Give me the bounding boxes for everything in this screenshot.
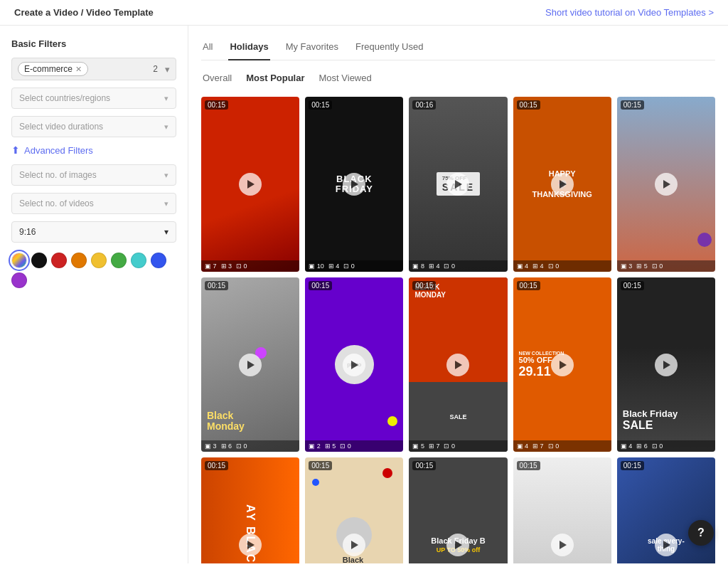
video-footer-10: ▣ 4 ⊞ 6 ⊡ 0 <box>617 440 715 452</box>
main-layout: Basic Filters E-commerce ✕ 2 ▾ Select co… <box>0 26 728 563</box>
video-card-5[interactable]: 00:15 ▣ 3 ⊞ 5 ⊡ 0 <box>617 97 715 272</box>
sub-tabs: Overall Most Popular Most Viewed <box>201 69 715 87</box>
play-btn-6[interactable] <box>239 354 262 376</box>
aspect-ratio-value: 9:16 <box>19 227 36 237</box>
duration-placeholder: Select video durations <box>19 122 103 132</box>
tab-favorites[interactable]: My Favorites <box>284 36 340 60</box>
video-duration-4: 00:15 <box>517 100 540 110</box>
top-bar: Create a Video / Video Template Short vi… <box>0 0 728 26</box>
video-card-2[interactable]: BLACKFRIDAY 00:15 ▣ 10 ⊞ 4 ⊡ 0 <box>305 97 403 272</box>
video-footer-6: ▣ 3 ⊞ 6 ⊡ 0 <box>201 440 299 452</box>
play-btn-12[interactable] <box>343 534 365 556</box>
breadcrumb: Create a Video / Video Template <box>14 7 154 18</box>
tab-holidays[interactable]: Holidays <box>228 36 269 60</box>
play-btn-13[interactable] <box>446 534 469 556</box>
play-btn-5[interactable] <box>655 173 678 196</box>
video-card-11[interactable]: AY BLACK F 00:15 ▣ 2 ⊞ 5 ⊡ 0 <box>201 457 299 563</box>
video-duration-5: 00:15 <box>621 100 644 110</box>
play-btn-7[interactable] <box>343 354 365 376</box>
advanced-filters-toggle[interactable]: ⬆ Advanced Filters <box>11 144 176 156</box>
play-btn-3[interactable] <box>446 173 469 196</box>
videos-select[interactable]: Select no. of videos ▾ <box>11 193 176 214</box>
images-placeholder: Select no. of images <box>19 170 97 180</box>
sub-tab-overall[interactable]: Overall <box>201 69 233 87</box>
play-btn-8[interactable] <box>446 354 469 376</box>
video-footer-7: ▣ 2 ⊞ 5 ⊡ 0 <box>305 440 403 452</box>
tutorial-link[interactable]: Short video tutorial on Video Templates … <box>545 7 714 18</box>
video-card-13[interactable]: Black Friday BUP TO 50% off 00:15 ▣ 4 ⊞ … <box>409 457 507 563</box>
videos-placeholder: Select no. of videos <box>19 198 94 208</box>
duration-select[interactable]: Select video durations ▾ <box>11 116 176 137</box>
video-card-9[interactable]: NEW COLLECTION 50% OFF 29.11 00:15 ▣ 4 ⊞… <box>513 277 611 452</box>
video-duration-2: 00:15 <box>309 100 332 110</box>
video-duration-1: 00:15 <box>205 100 228 110</box>
video-footer-9: ▣ 4 ⊞ 7 ⊡ 0 <box>513 440 611 452</box>
color-swatch-black[interactable] <box>31 253 47 268</box>
filter-arrow-icon: ▾ <box>165 64 170 75</box>
play-btn-4[interactable] <box>551 173 574 196</box>
filter-count: 2 <box>153 64 158 74</box>
video-card-15[interactable]: sale every-thing 00:15 ▣ 3 ⊞ 4 ⊡ 0 <box>617 457 715 563</box>
video-card-8[interactable]: SALE BLACKMONDAY 00:15 ▣ 5 ⊞ 7 ⊡ 0 <box>409 277 507 452</box>
video-duration-14: 00:15 <box>517 461 540 470</box>
color-swatch-gradient[interactable] <box>11 253 27 268</box>
color-swatch-orange[interactable] <box>71 253 87 268</box>
color-swatch-green[interactable] <box>111 253 127 268</box>
video-card-14[interactable]: 00:15 ▣ 3 ⊞ 6 ⊡ 0 <box>513 457 611 563</box>
video-card-6[interactable]: BlackMonday 00:15 ▣ 3 ⊞ 6 ⊡ 0 <box>201 277 299 452</box>
filter-tag-label: E-commerce <box>24 64 73 74</box>
help-button[interactable]: ? <box>688 520 714 546</box>
filter-tag-close-icon[interactable]: ✕ <box>75 65 82 74</box>
video-card-4[interactable]: HAPPY🦃THANKSGIVING 00:15 ▣ 4 ⊞ 4 ⊡ 0 <box>513 97 611 272</box>
filter-tag-ecommerce[interactable]: E-commerce ✕ <box>18 62 88 76</box>
video-footer-5: ▣ 3 ⊞ 5 ⊡ 0 <box>617 260 715 272</box>
play-btn-1[interactable] <box>239 173 262 196</box>
breadcrumb-current: Video Template <box>86 7 154 18</box>
sub-tab-viewed[interactable]: Most Viewed <box>318 69 373 87</box>
video-footer-2: ▣ 10 ⊞ 4 ⊡ 0 <box>305 260 403 272</box>
videos-chevron-icon: ▾ <box>164 199 168 208</box>
sidebar: Basic Filters E-commerce ✕ 2 ▾ Select co… <box>0 26 188 563</box>
color-swatch-red[interactable] <box>51 253 67 268</box>
video-card-1[interactable]: 00:15 ▣ 7 ⊞ 3 ⊡ 0 <box>201 97 299 272</box>
sub-tab-popular[interactable]: Most Popular <box>245 69 306 87</box>
aspect-ratio-select[interactable]: 9:16 ▾ <box>11 221 176 243</box>
play-btn-15[interactable] <box>655 534 678 556</box>
color-swatch-yellow[interactable] <box>91 253 107 268</box>
video-duration-7: 00:15 <box>309 281 332 290</box>
play-btn-9[interactable] <box>551 354 574 376</box>
video-duration-12: 00:15 <box>309 461 332 470</box>
video-duration-11: 00:15 <box>205 461 228 470</box>
tab-frequent[interactable]: Frequently Used <box>354 36 424 60</box>
stat-images-1: ▣ 7 <box>205 263 217 270</box>
video-card-10[interactable]: Black FridaySALE 00:15 ▣ 4 ⊞ 6 ⊡ 0 <box>617 277 715 452</box>
filter-tag-row: E-commerce ✕ 2 ▾ <box>11 58 176 80</box>
aspect-ratio-chevron-icon: ▾ <box>164 227 168 237</box>
advanced-filters-icon: ⬆ <box>11 144 20 156</box>
color-swatch-blue[interactable] <box>151 253 166 268</box>
play-btn-11[interactable] <box>239 534 262 556</box>
country-chevron-icon: ▾ <box>164 94 168 103</box>
duration-chevron-icon: ▾ <box>164 122 168 132</box>
video-duration-9: 00:15 <box>517 281 540 290</box>
video-card-7[interactable]: photo 00:15 ▣ 2 ⊞ 5 ⊡ 0 <box>305 277 403 452</box>
video-footer-4: ▣ 4 ⊞ 4 ⊡ 0 <box>513 260 611 272</box>
play-btn-2[interactable] <box>343 173 365 196</box>
play-btn-10[interactable] <box>655 354 678 376</box>
color-swatch-cyan[interactable] <box>131 253 146 268</box>
tab-all[interactable]: All <box>201 36 214 60</box>
play-btn-14[interactable] <box>551 534 574 556</box>
country-select[interactable]: Select countries/regions ▾ <box>11 88 176 109</box>
content-area: All Holidays My Favorites Frequently Use… <box>188 26 728 563</box>
video-card-12[interactable]: BlackFriday 00:15 ▣ 3 ⊞ 4 ⊡ 0 <box>305 457 403 563</box>
video-duration-15: 00:15 <box>621 461 644 470</box>
video-card-3[interactable]: 75% OFF SALE 00:16 ▣ 8 ⊞ 4 ⊡ 0 <box>409 97 507 272</box>
video-footer-3: ▣ 8 ⊞ 4 ⊡ 0 <box>409 260 507 272</box>
video-duration-6: 00:15 <box>205 281 228 290</box>
images-chevron-icon: ▾ <box>164 171 168 180</box>
images-select[interactable]: Select no. of images ▾ <box>11 164 176 186</box>
breadcrumb-prefix: Create a Video / <box>14 7 86 18</box>
video-duration-3: 00:16 <box>412 100 436 110</box>
color-swatch-purple[interactable] <box>11 272 27 288</box>
video-footer-8: ▣ 5 ⊞ 7 ⊡ 0 <box>409 440 507 452</box>
